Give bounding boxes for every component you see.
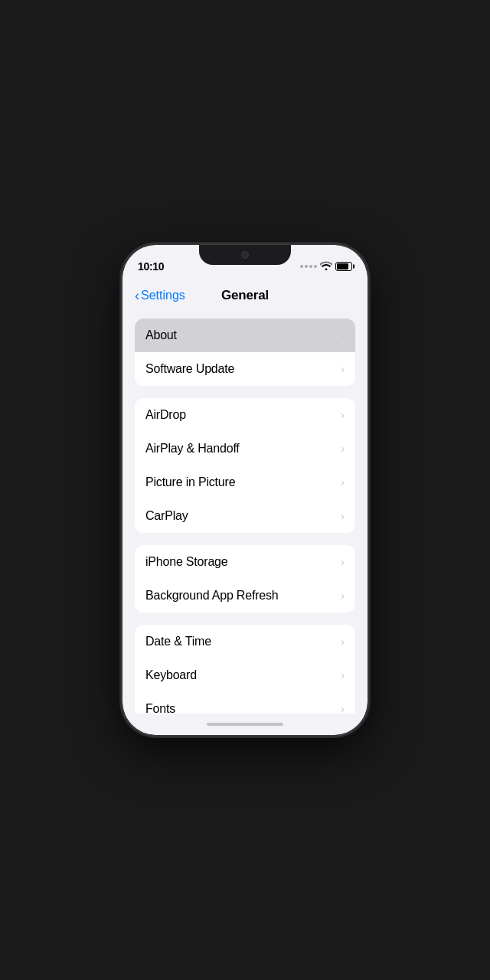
list-item-carplay[interactable]: CarPlay › [135, 499, 355, 533]
chevron-right-icon: › [341, 363, 345, 375]
list-item-date-time[interactable]: Date & Time › [135, 625, 355, 658]
item-label-airplay-handoff: AirPlay & Handoff [145, 442, 240, 456]
list-item-software-update[interactable]: Software Update › [135, 352, 355, 386]
page-title: General [221, 288, 269, 303]
item-label-fonts: Fonts [145, 702, 175, 714]
notch [199, 245, 291, 265]
screen: 10:10 [122, 245, 368, 735]
status-icons [300, 261, 352, 273]
signal-icon [300, 265, 317, 268]
settings-content: About › Software Update › AirDrop › AirP… [122, 312, 368, 714]
item-label-software-update: Software Update [145, 362, 234, 376]
status-time: 10:10 [138, 260, 164, 273]
chevron-right-icon: › [341, 476, 345, 488]
list-item-about[interactable]: About › [135, 318, 355, 352]
chevron-right-icon: › [341, 669, 345, 681]
section-connectivity: AirDrop › AirPlay & Handoff › Picture in… [135, 398, 355, 533]
list-item-iphone-storage[interactable]: iPhone Storage › [135, 545, 355, 579]
camera [241, 251, 249, 259]
chevron-right-icon: › [341, 703, 345, 714]
nav-bar: ‹ Settings General [122, 279, 368, 312]
home-bar [207, 723, 283, 726]
chevron-right-icon: › [341, 409, 345, 421]
list-item-fonts[interactable]: Fonts › [135, 692, 355, 714]
section-locale: Date & Time › Keyboard › Fonts › Languag… [135, 625, 355, 714]
chevron-right-icon: › [341, 510, 345, 522]
chevron-right-icon: › [341, 635, 345, 648]
section-storage: iPhone Storage › Background App Refresh … [135, 545, 355, 612]
chevron-right-icon: › [341, 329, 345, 341]
item-label-carplay: CarPlay [145, 509, 188, 523]
item-label-airdrop: AirDrop [145, 408, 186, 422]
item-label-keyboard: Keyboard [145, 668, 197, 682]
chevron-right-icon: › [341, 556, 345, 568]
wifi-icon [320, 261, 332, 273]
back-chevron-icon: ‹ [135, 289, 139, 302]
battery-icon [335, 262, 352, 271]
list-item-airdrop[interactable]: AirDrop › [135, 398, 355, 432]
item-label-about: About [145, 328, 177, 342]
list-item-background-app-refresh[interactable]: Background App Refresh › [135, 579, 355, 612]
back-button[interactable]: ‹ Settings [135, 289, 185, 302]
chevron-right-icon: › [341, 443, 345, 455]
item-label-iphone-storage: iPhone Storage [145, 555, 228, 569]
list-item-keyboard[interactable]: Keyboard › [135, 658, 355, 692]
chevron-right-icon: › [341, 590, 345, 602]
phone-frame: 10:10 [122, 245, 368, 735]
home-indicator [122, 714, 368, 735]
item-label-picture-in-picture: Picture in Picture [145, 475, 235, 489]
list-item-airplay-handoff[interactable]: AirPlay & Handoff › [135, 432, 355, 466]
back-label: Settings [141, 289, 185, 302]
item-label-background-app-refresh: Background App Refresh [145, 589, 279, 603]
list-item-picture-in-picture[interactable]: Picture in Picture › [135, 466, 355, 499]
section-system: About › Software Update › [135, 318, 355, 386]
item-label-date-time: Date & Time [145, 635, 211, 648]
